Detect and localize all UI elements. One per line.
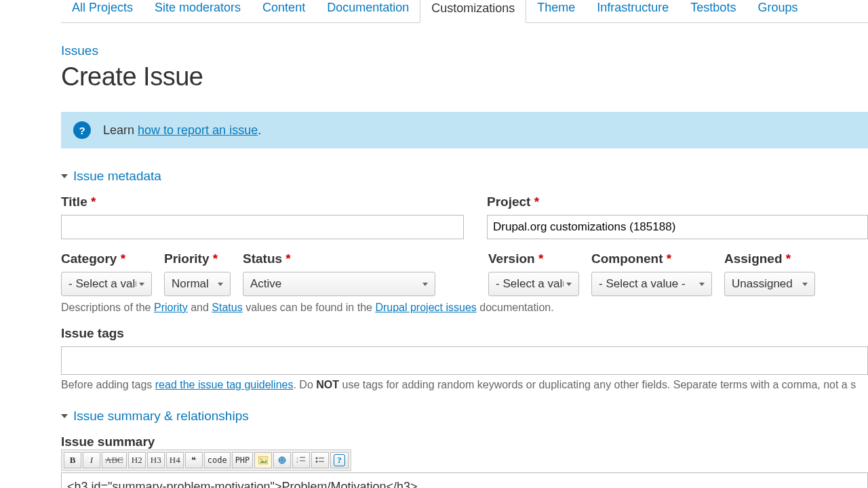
globe-icon [277, 455, 287, 465]
caret-down-icon [61, 174, 68, 178]
svg-rect-6 [300, 460, 305, 462]
version-value: - Select a value - [496, 277, 564, 291]
caret-down-icon [61, 414, 68, 418]
assigned-select[interactable]: Unassigned [724, 272, 815, 296]
help-prefix: Learn [103, 123, 138, 137]
bold-button[interactable]: B [64, 452, 81, 468]
chevron-down-icon [136, 277, 147, 291]
issue-metadata-legend-text: Issue metadata [73, 169, 161, 184]
svg-rect-10 [319, 461, 324, 462]
editor-toolbar: B I ABC H2 H3 H4 ❝ code PHP 12 ? [61, 449, 351, 471]
issue-tags-description: Before adding tags read the issue tag gu… [61, 379, 868, 391]
link-button[interactable] [273, 452, 291, 468]
issue-metadata-fieldset: Issue metadata Title * Project * Categor… [61, 169, 868, 391]
category-select[interactable]: - Select a value - [61, 272, 152, 296]
h3-button[interactable]: H3 [147, 452, 165, 468]
issue-tags-label: Issue tags [61, 326, 868, 341]
component-select[interactable]: - Select a value - [591, 272, 712, 296]
chevron-down-icon [564, 277, 574, 291]
tab-all-projects[interactable]: All Projects [61, 1, 144, 23]
status-label: Status * [243, 251, 435, 266]
strikethrough-button[interactable]: ABC [102, 452, 127, 468]
title-label: Title * [61, 195, 468, 209]
assigned-label: Assigned * [724, 251, 815, 266]
italic-button[interactable]: I [83, 452, 100, 468]
status-value: Active [250, 277, 281, 291]
project-label: Project * [487, 195, 868, 209]
editor-help-button[interactable]: ? [330, 452, 349, 468]
priority-doc-link[interactable]: Priority [154, 302, 188, 313]
unordered-list-button[interactable] [311, 452, 329, 468]
svg-point-1 [260, 458, 262, 460]
ordered-list-icon: 12 [296, 456, 306, 464]
blockquote-button[interactable]: ❝ [185, 452, 203, 468]
issue-summary-fieldset: Issue summary & relationships Issue summ… [61, 409, 868, 488]
breadcrumb[interactable]: Issues [61, 43, 868, 58]
image-button[interactable] [254, 452, 272, 468]
component-label: Component * [591, 251, 712, 266]
php-button[interactable]: PHP [232, 452, 254, 468]
chevron-down-icon [420, 277, 431, 291]
svg-point-7 [316, 458, 318, 460]
help-banner: ? Learn how to report an issue. [61, 112, 868, 148]
svg-point-9 [316, 461, 318, 463]
priority-status-description: Descriptions of the Priority and Status … [61, 302, 868, 314]
chevron-down-icon [696, 277, 707, 291]
code-button[interactable]: code [204, 452, 231, 468]
priority-select[interactable]: Normal [164, 272, 231, 296]
tab-testbots[interactable]: Testbots [679, 1, 747, 23]
svg-text:2: 2 [296, 460, 298, 464]
issue-summary-legend[interactable]: Issue summary & relationships [61, 409, 868, 424]
h2-button[interactable]: H2 [128, 452, 146, 468]
status-doc-link[interactable]: Status [212, 302, 242, 313]
tab-customizations[interactable]: Customizations [420, 0, 526, 23]
status-select[interactable]: Active [243, 272, 435, 296]
component-value: - Select a value - [599, 277, 686, 291]
help-suffix: . [258, 123, 261, 137]
question-icon: ? [334, 454, 345, 466]
h4-button[interactable]: H4 [166, 452, 184, 468]
version-label: Version * [488, 251, 579, 266]
category-label: Category * [61, 251, 152, 266]
issue-summary-textarea[interactable]: <h3 id="summary-problem-motivation">Prob… [61, 472, 868, 488]
tag-guidelines-link[interactable]: read the issue tag guidelines [155, 379, 294, 390]
svg-rect-8 [319, 458, 324, 459]
help-text: Learn how to report an issue. [103, 123, 261, 138]
tab-content[interactable]: Content [252, 1, 316, 23]
help-icon: ? [73, 121, 91, 139]
chevron-down-icon [215, 277, 226, 291]
ordered-list-button[interactable]: 12 [292, 452, 310, 468]
tab-theme[interactable]: Theme [526, 1, 586, 23]
title-input[interactable] [61, 215, 464, 239]
unordered-list-icon [315, 456, 325, 464]
project-input[interactable] [487, 215, 868, 239]
version-select[interactable]: - Select a value - [488, 272, 579, 296]
project-issues-doc-link[interactable]: Drupal project issues [375, 302, 476, 313]
issue-tags-input[interactable] [61, 346, 868, 375]
tab-site-moderators[interactable]: Site moderators [144, 1, 252, 23]
assigned-value: Unassigned [732, 277, 793, 291]
tab-infrastructure[interactable]: Infrastructure [586, 1, 679, 23]
image-icon [258, 456, 268, 464]
issue-summary-label: Issue summary [61, 434, 155, 449]
issue-summary-legend-text: Issue summary & relationships [73, 409, 249, 424]
category-value: - Select a value - [68, 277, 136, 291]
tab-documentation[interactable]: Documentation [316, 1, 420, 23]
priority-label: Priority * [164, 251, 231, 266]
tab-groups[interactable]: Groups [747, 1, 808, 23]
svg-rect-4 [300, 457, 305, 458]
priority-value: Normal [172, 277, 209, 291]
issue-metadata-legend[interactable]: Issue metadata [61, 169, 868, 184]
page-title: Create Issue [61, 62, 868, 92]
help-link[interactable]: how to report an issue [138, 123, 258, 137]
chevron-down-icon [800, 277, 810, 291]
primary-tabs: All Projects Site moderators Content Doc… [61, 0, 868, 23]
